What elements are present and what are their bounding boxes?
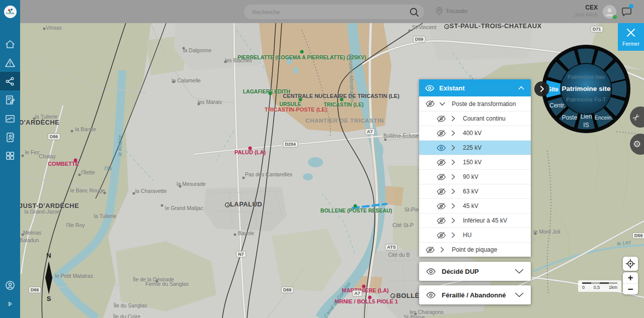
chevron-down-icon[interactable] bbox=[439, 101, 446, 107]
address-book-icon bbox=[5, 132, 16, 143]
sidebar-item-contacts[interactable] bbox=[0, 128, 20, 146]
home-icon bbox=[5, 39, 16, 50]
layer-row-63kv[interactable]: 63 kV bbox=[419, 184, 531, 198]
eye-icon[interactable] bbox=[425, 85, 434, 91]
sidebar-item-network[interactable] bbox=[0, 72, 20, 90]
chevron-right-icon[interactable] bbox=[450, 145, 457, 151]
compass-needle bbox=[45, 261, 52, 294]
grid-apps-icon bbox=[5, 150, 16, 161]
chevron-down-icon[interactable] bbox=[515, 292, 524, 298]
layer-label: 150 kV bbox=[463, 159, 481, 166]
sidebar-item-apps[interactable] bbox=[0, 146, 20, 165]
layer-row-90kv[interactable]: 90 kV bbox=[419, 169, 531, 184]
scale-tick: 0,5 bbox=[594, 285, 600, 290]
layers-group-label: Existant bbox=[439, 84, 514, 92]
eye-off-icon[interactable] bbox=[436, 203, 446, 209]
sidebar-item-forms[interactable] bbox=[0, 90, 20, 109]
layer-row-hu[interactable]: HU bbox=[419, 228, 531, 242]
chevron-right-icon[interactable] bbox=[450, 203, 457, 209]
location-chip[interactable]: Tricastin bbox=[436, 7, 467, 15]
layers-group-label: Féraillé / Abandonné bbox=[442, 291, 515, 299]
layer-row-150kv[interactable]: 150 kV bbox=[419, 155, 531, 169]
locate-icon bbox=[625, 259, 635, 269]
compass-north-label: N bbox=[46, 252, 51, 259]
layer-row-courant-continu[interactable]: Courant continu bbox=[419, 111, 531, 126]
center-option-patrimoine-liais[interactable]: Patrimoine liais bbox=[568, 74, 605, 80]
map-pin-icon bbox=[436, 7, 443, 15]
eye-off-icon[interactable] bbox=[436, 116, 446, 122]
wheel-segment[interactable] bbox=[577, 48, 596, 64]
eye-off-icon[interactable] bbox=[425, 247, 435, 253]
layer-row-point-de-piquage[interactable]: Point de piquage bbox=[419, 242, 531, 257]
layer-row-poste-de-transformation[interactable]: Poste de transformation bbox=[419, 96, 531, 111]
collapse-chevron-icon[interactable] bbox=[518, 85, 525, 91]
sidebar-expand-button[interactable] bbox=[0, 294, 20, 313]
layers-group-decide-dup[interactable]: Décidé DUP bbox=[419, 262, 531, 281]
user-org: CEX bbox=[574, 4, 598, 12]
sidebar-item-profile[interactable] bbox=[0, 276, 20, 294]
layer-label: 90 kV bbox=[463, 173, 478, 180]
layers-group-existant-header[interactable]: Existant bbox=[419, 79, 531, 96]
search-input[interactable] bbox=[251, 9, 409, 16]
eye-off-icon[interactable] bbox=[436, 159, 446, 166]
chevron-right-icon[interactable] bbox=[450, 188, 457, 194]
eye-off-icon[interactable] bbox=[425, 100, 435, 107]
chevron-right-icon[interactable] bbox=[450, 159, 457, 165]
layers-group-feraille-abandonne[interactable]: Féraillé / Abandonné bbox=[419, 285, 531, 304]
chevron-right-icon[interactable] bbox=[450, 116, 457, 122]
location-label: Tricastin bbox=[446, 8, 467, 14]
chevron-right-icon bbox=[540, 85, 544, 92]
clipboard-edit-icon bbox=[5, 94, 16, 105]
eye-off-icon[interactable] bbox=[436, 232, 446, 239]
eye-off-icon[interactable] bbox=[436, 188, 446, 195]
layer-row-225kv[interactable]: 225 kV bbox=[419, 140, 531, 155]
segment-label-centr[interactable]: Centr. bbox=[549, 102, 566, 109]
eye-icon[interactable] bbox=[436, 145, 446, 151]
user-block[interactable]: CEX Joel Alloh bbox=[574, 4, 598, 19]
wheel-expander-button[interactable] bbox=[534, 81, 549, 96]
application-window: ST-PAUL-TROIS-CHATEAUXLAPALUDBOLLÈNED'AR… bbox=[0, 0, 644, 318]
locate-button[interactable] bbox=[623, 257, 638, 271]
chevron-right-icon[interactable] bbox=[450, 232, 457, 238]
logo-text: PLASMA bbox=[6, 13, 14, 15]
sidebar-item-alerts[interactable] bbox=[0, 53, 20, 72]
eye-off-icon[interactable] bbox=[436, 218, 446, 224]
scale-tick: 1km bbox=[609, 285, 617, 290]
map-controls: + − bbox=[623, 257, 638, 294]
eye-off-icon[interactable] bbox=[436, 130, 446, 137]
search-bar[interactable] bbox=[244, 5, 424, 19]
segment-label-lien[interactable]: Lien bbox=[581, 113, 592, 120]
chevron-right-icon[interactable] bbox=[450, 174, 457, 180]
sidebar-item-monitoring[interactable] bbox=[0, 109, 20, 128]
sidebar-item-home[interactable] bbox=[0, 35, 20, 53]
minus-icon: − bbox=[627, 284, 633, 294]
eye-icon[interactable] bbox=[426, 268, 436, 275]
logo-badge: PLASMA bbox=[4, 6, 17, 18]
layers-panel: Existant Poste de transformation Courant… bbox=[419, 79, 531, 257]
chevron-right-icon[interactable] bbox=[450, 218, 457, 224]
layer-row-inferieur-45kv[interactable]: Inférieur à 45 kV bbox=[419, 213, 531, 228]
eye-off-icon[interactable] bbox=[436, 174, 446, 180]
segment-label-encein[interactable]: Encein. bbox=[595, 115, 613, 121]
chevron-right-icon[interactable] bbox=[450, 130, 457, 136]
scale-line bbox=[582, 282, 617, 284]
chevron-down-icon[interactable] bbox=[515, 269, 524, 274]
segment-label-is[interactable]: IS bbox=[583, 122, 589, 129]
layer-row-400kv[interactable]: 400 kV bbox=[419, 126, 531, 140]
chevron-right-icon[interactable] bbox=[439, 247, 446, 253]
segment-label-poste[interactable]: Poste bbox=[562, 114, 578, 121]
zoom-in-button[interactable]: + bbox=[623, 272, 638, 283]
app-logo[interactable]: PLASMA bbox=[0, 0, 20, 23]
close-panel-button[interactable]: Fermer bbox=[618, 23, 644, 51]
eye-icon[interactable] bbox=[426, 292, 436, 298]
close-icon bbox=[625, 27, 636, 38]
center-option-patrimoine-site[interactable]: Patrimoine site bbox=[562, 85, 611, 92]
layer-row-45kv[interactable]: 45 kV bbox=[419, 198, 531, 213]
scissors-icon: ✂ bbox=[630, 111, 643, 124]
zoom-out-button[interactable]: − bbox=[623, 283, 638, 295]
center-option-patrimoine-fot[interactable]: Patrimoine Fo-T bbox=[567, 96, 606, 102]
alert-triangle-icon bbox=[5, 57, 16, 68]
layer-label: 400 kV bbox=[463, 130, 481, 137]
compass: N S bbox=[40, 250, 58, 302]
search-icon[interactable] bbox=[409, 7, 419, 17]
